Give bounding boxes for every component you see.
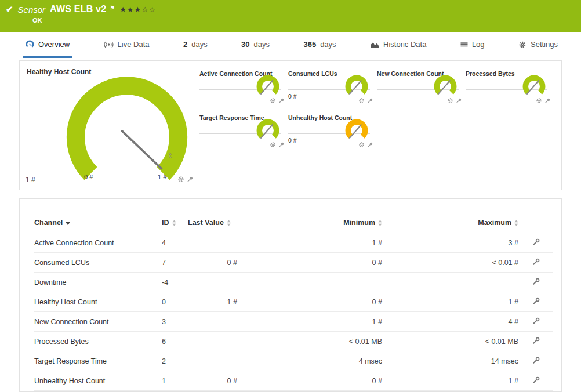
overview-content: Healthy Host Count 0 # 1 # x̄ 1 # Active… [0, 58, 581, 392]
gear-icon[interactable] [270, 141, 276, 148]
sort-icon[interactable] [227, 220, 231, 226]
table-row[interactable]: Consumed LCUs70 #0 #< 0.01 # [34, 253, 553, 273]
gauge-max-label: 1 # [158, 173, 166, 180]
priority-stars[interactable]: ★★★☆☆ [119, 5, 156, 14]
sort-icon[interactable] [378, 220, 382, 226]
gear-icon[interactable] [358, 97, 365, 104]
gauge-actions [358, 141, 373, 148]
row-actions [518, 258, 553, 267]
table-row[interactable]: New Connection Count31 #4 # [34, 312, 553, 332]
last-value-cell: 1 # [188, 298, 237, 306]
primary-channel-gauge: Healthy Host Count 0 # 1 # x̄ 1 # [26, 66, 199, 185]
channel-gauge-arc[interactable] [343, 119, 370, 142]
last-value-cell: 0 # [188, 377, 237, 385]
table-row[interactable]: Target Response Time24 msec14 msec [34, 351, 553, 371]
pin-icon[interactable] [367, 141, 373, 148]
tab-overview[interactable]: Overview [23, 32, 72, 58]
sort-icon[interactable] [172, 220, 176, 226]
mini-gauge-panel: Unhealthy Host Count0 # [288, 114, 377, 155]
channel-id-cell: 7 [162, 259, 188, 267]
sensor-header: ✔ Sensor AWS ELB v2 ⚑ ★★★☆☆ OK [0, 0, 581, 32]
pin-icon[interactable] [456, 97, 462, 104]
channel-gauge-arc[interactable] [521, 75, 547, 98]
tab-2-days[interactable]: 2 days [181, 32, 210, 58]
channel-settings-icon[interactable] [532, 238, 540, 246]
stars-filled[interactable]: ★★★ [119, 5, 141, 14]
column-label: Minimum [343, 219, 375, 227]
gear-icon[interactable] [447, 97, 453, 104]
pin-icon[interactable] [367, 97, 373, 104]
pin-icon[interactable] [187, 176, 194, 183]
channel-gauge-arc[interactable] [255, 119, 281, 142]
tab-365-days[interactable]: 365 days [301, 32, 338, 58]
channel-settings-icon[interactable] [532, 258, 540, 266]
channel-gauge-arc[interactable] [343, 75, 370, 98]
mini-gauge-panel: Target Response Time [199, 114, 288, 155]
maximum-cell: < 0.01 MB [382, 337, 518, 346]
sort-icon[interactable] [514, 220, 518, 226]
column-maximum[interactable]: Maximum [382, 219, 518, 227]
channel-name-cell: Healthy Host Count [34, 298, 162, 306]
gear-icon[interactable] [270, 97, 276, 104]
maximum-cell: 14 msec [382, 357, 518, 365]
channel-settings-icon[interactable] [532, 297, 540, 305]
pin-icon[interactable] [278, 97, 285, 104]
gauge-actions [270, 97, 285, 104]
channel-name-cell: New Connection Count [34, 318, 162, 326]
minimum-cell: 1 # [237, 318, 382, 326]
table-row[interactable]: Downtime-4 [34, 273, 553, 292]
tab-historic-data[interactable]: Historic Data [368, 32, 429, 58]
tab-label: Historic Data [383, 40, 426, 49]
flag-icon[interactable]: ⚑ [110, 5, 115, 11]
primary-gauge-arc[interactable] [55, 75, 199, 185]
maximum-cell: < 0.01 # [382, 259, 518, 267]
column-id[interactable]: ID [162, 219, 188, 227]
stars-empty[interactable]: ☆☆ [141, 5, 156, 14]
channel-id-cell: 0 [162, 298, 188, 306]
channel-id-cell: -4 [162, 278, 188, 286]
channel-id-cell: 4 [162, 239, 188, 247]
tab-live-data[interactable]: Live Data [101, 32, 152, 58]
row-actions [518, 238, 553, 248]
gear-icon[interactable] [536, 97, 542, 104]
column-channel[interactable]: Channel [34, 219, 162, 227]
channel-name-cell: Active Connection Count [34, 239, 162, 247]
mini-gauge-panel: Consumed LCUs0 # [288, 70, 377, 111]
status-check-icon: ✔ [6, 4, 13, 14]
table-row[interactable]: Active Connection Count41 #3 # [34, 233, 553, 253]
mini-gauge-panel: Active Connection Count [199, 70, 288, 111]
pin-icon[interactable] [278, 141, 285, 148]
column-label: Channel [34, 219, 63, 227]
table-row[interactable]: Healthy Host Count01 #0 #1 # [34, 292, 553, 312]
tab-30-days[interactable]: 30 days [239, 32, 272, 58]
sort-desc-icon[interactable] [66, 222, 70, 225]
channel-settings-icon[interactable] [532, 278, 540, 285]
tab-settings[interactable]: Settings [516, 32, 560, 58]
column-minimum[interactable]: Minimum [237, 219, 382, 227]
tab-label: days [191, 40, 207, 49]
table-header-row: Channel ID Last Value Minimum Maximum [34, 219, 553, 233]
column-last-value[interactable]: Last Value [188, 219, 237, 227]
log-list-icon [460, 41, 468, 48]
mini-gauge-grid: Active Connection CountConsumed LCUs0 #N… [199, 70, 554, 185]
object-kind-label: Sensor [18, 5, 46, 14]
pin-icon[interactable] [544, 97, 551, 104]
channel-settings-icon[interactable] [532, 317, 540, 325]
row-actions [518, 337, 553, 346]
channel-settings-icon[interactable] [532, 357, 540, 364]
channel-settings-icon[interactable] [532, 337, 540, 344]
table-row[interactable]: Unhealthy Host Count10 #0 #1 # [34, 371, 553, 391]
channel-name-cell: Target Response Time [34, 357, 162, 365]
gear-icon[interactable] [177, 176, 184, 183]
tab-label: Settings [531, 40, 558, 49]
gear-icon[interactable] [358, 141, 365, 148]
tab-label: days [320, 40, 336, 49]
tab-log[interactable]: Log [458, 32, 487, 58]
channel-settings-icon[interactable] [532, 376, 540, 384]
table-row[interactable]: Processed Bytes6< 0.01 MB< 0.01 MB [34, 332, 553, 351]
channel-gauge-arc[interactable] [255, 75, 281, 98]
minimum-cell: 0 # [237, 298, 382, 306]
tab-number: 365 [303, 40, 316, 49]
gauge-actions [358, 97, 373, 104]
channel-gauge-arc[interactable] [432, 75, 459, 98]
